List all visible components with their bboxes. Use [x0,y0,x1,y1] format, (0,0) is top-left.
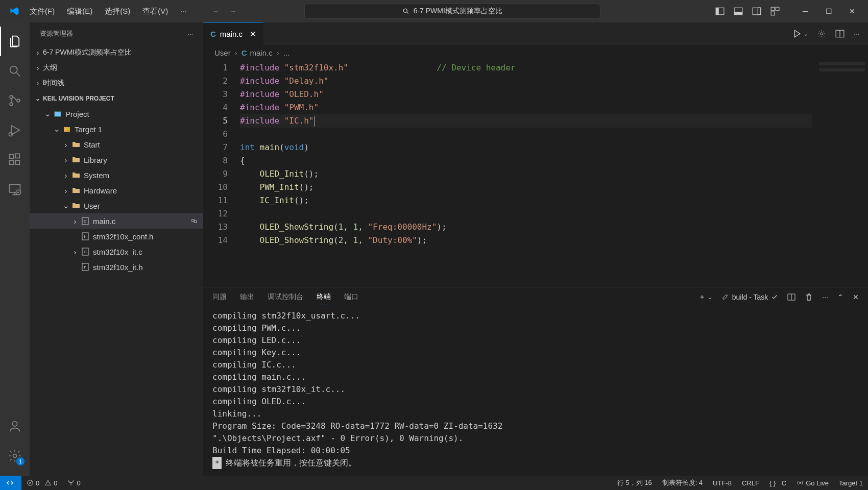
svg-rect-17 [10,155,14,159]
panel-tabs: 问题输出调试控制台终端端口 ＋ ⌄ build - Task ··· ⌃ ✕ [203,287,868,307]
run-button[interactable] [792,29,802,38]
titlebar: 文件(F)编辑(E)选择(S)查看(V)··· ← → 6-7 PWMI模式测频… [0,0,868,22]
panel-tab[interactable]: 输出 [240,292,254,302]
activity-settings[interactable]: 1 [0,441,30,471]
sidebar-title: 资源管理器 [40,29,187,38]
check-icon [771,293,778,301]
breadcrumb-item[interactable]: User [214,48,231,57]
layout-sidebar-right-icon[interactable] [752,6,762,16]
new-terminal-dropdown-icon[interactable]: ⌄ [708,295,712,300]
breadcrumb-item[interactable]: Cmain.c [242,48,273,57]
minimap[interactable] [812,60,868,287]
status-golive[interactable]: Go Live [791,478,834,487]
panel-maximize-icon[interactable]: ⌃ [837,293,843,301]
customize-layout-icon[interactable] [770,6,780,16]
code-content[interactable]: #include "stm32f10x.h" // Device header#… [240,60,812,287]
menu-item[interactable]: 选择(S) [100,5,135,18]
breadcrumb-item[interactable]: ... [283,48,290,57]
remote-button[interactable] [0,476,21,490]
sidebar-section[interactable]: ›大纲 [30,60,203,76]
tree-item[interactable]: ⌄Target 1 [30,121,203,137]
editor-more-icon[interactable]: ··· [854,30,860,38]
activity-extensions[interactable] [0,145,30,175]
breadcrumbs[interactable]: User›Cmain.c›... [203,45,868,60]
activity-run-debug[interactable] [0,115,30,145]
status-lang[interactable]: { } C [764,478,791,487]
task-indicator[interactable]: build - Task [721,293,779,301]
panel-tab[interactable]: 端口 [344,292,358,302]
menu-item[interactable]: ··· [175,5,192,18]
panel-close-icon[interactable]: ✕ [853,293,859,301]
menu-item[interactable]: 查看(V) [137,5,173,18]
panel-tab[interactable]: 调试控制台 [268,292,303,302]
kill-terminal-icon[interactable] [805,293,813,301]
layout-sidebar-left-icon[interactable] [715,6,725,16]
tree-item[interactable]: ›Cmain.c [30,213,203,229]
activity-account[interactable] [0,411,30,441]
svg-rect-19 [15,160,19,164]
command-center[interactable]: 6-7 PWMI模式测频率占空比 [304,4,600,19]
activity-remote[interactable] [0,175,30,204]
activity-explorer[interactable] [0,27,30,56]
status-target[interactable]: Target 1 [834,478,868,487]
git-icon [8,93,22,108]
menu-item[interactable]: 编辑(E) [62,5,98,18]
svg-line-12 [17,73,20,77]
nav-arrows: ← → [212,7,237,15]
nav-back-icon[interactable]: ← [212,7,220,15]
panel-tab[interactable]: 问题 [212,292,227,302]
status-eol[interactable]: CRLF [737,478,764,487]
svg-rect-8 [771,7,775,11]
status-encoding[interactable]: UTF-8 [708,478,737,487]
tree-item[interactable]: ⌄User [30,198,203,213]
files-icon [8,34,22,48]
task-label: build - Task [732,293,768,301]
svg-rect-10 [771,12,775,15]
svg-text:h: h [84,265,86,270]
minimize-button[interactable]: ─ [793,0,817,22]
editor-settings-icon[interactable] [817,29,826,38]
tree-item[interactable]: hstm32f10x_it.h [30,259,203,275]
tree-item[interactable]: ⌄Project [30,106,203,121]
sidebar-more-icon[interactable]: ··· [187,30,193,38]
status-ports[interactable]: 0 [62,479,85,487]
tree-item[interactable]: ›System [30,167,203,183]
activity-bar: 1 [0,22,30,476]
panel-more-icon[interactable]: ··· [822,293,828,301]
file-tree: ⌄Project⌄Target 1›Start›Library›System›H… [30,106,203,275]
svg-point-11 [10,66,17,74]
sidebar-section[interactable]: ›时间线 [30,76,203,91]
status-tabsize[interactable]: 制表符长度: 4 [657,478,708,487]
extensions-icon [8,153,22,167]
sidebar-section[interactable]: ›6-7 PWMI模式测频率占空比 [30,45,203,60]
code-editor[interactable]: 1234567891011121314 #include "stm32f10x.… [203,60,868,287]
run-dropdown-icon[interactable]: ⌄ [804,31,808,37]
split-editor-icon[interactable] [835,29,845,38]
menu-item[interactable]: 文件(F) [25,5,60,18]
tree-item[interactable]: hstm32f10x_conf.h [30,229,203,244]
tree-item[interactable]: ›Start [30,137,203,152]
maximize-button[interactable]: ☐ [817,0,840,22]
tab-main-c[interactable]: C main.c ✕ [203,22,263,45]
svg-text:C: C [84,250,87,254]
svg-rect-5 [734,12,742,15]
tab-close-icon[interactable]: ✕ [250,30,256,39]
panel-tab[interactable]: 终端 [317,292,331,305]
activity-search[interactable] [0,56,30,86]
tree-item[interactable]: ›Cstm32f10x_it.c [30,244,203,259]
sidebar-section[interactable]: ⌄KEIL UVISION PROJECT [30,91,203,106]
svg-point-15 [17,99,20,102]
status-cursor[interactable]: 行 5，列 16 [612,478,657,487]
error-icon [27,479,34,486]
nav-forward-icon[interactable]: → [230,7,237,15]
split-terminal-icon[interactable] [787,293,795,301]
new-terminal-icon[interactable]: ＋ [698,292,706,302]
tree-item[interactable]: ›Library [30,152,203,167]
tree-item[interactable]: ›Hardware [30,183,203,198]
layout-panel-icon[interactable] [733,6,743,16]
status-problems[interactable]: 0 0 [21,479,62,487]
close-button[interactable]: ✕ [840,0,864,22]
activity-source-control[interactable] [0,86,30,115]
search-icon [8,64,22,78]
terminal-output[interactable]: compiling stm32f10x_usart.c...compiling … [203,307,868,476]
